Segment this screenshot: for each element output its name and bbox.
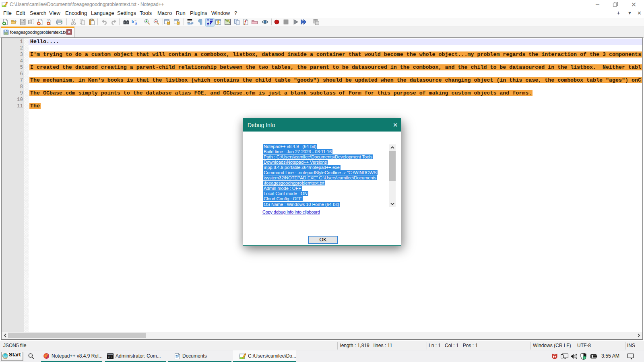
svg-text:C:\: C:\ (108, 356, 112, 358)
svg-text:a: a (135, 21, 138, 25)
svg-text:b: b (132, 19, 134, 24)
